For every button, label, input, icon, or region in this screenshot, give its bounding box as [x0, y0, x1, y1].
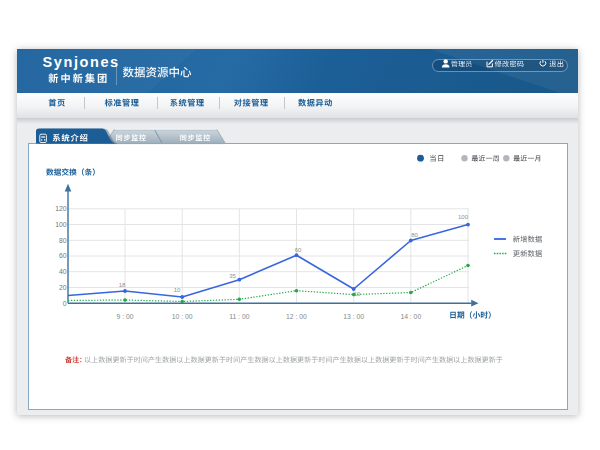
svg-text:10: 10 [174, 287, 181, 293]
svg-text:10 : 00: 10 : 00 [172, 313, 193, 320]
svg-text:13 : 00: 13 : 00 [343, 313, 364, 320]
svg-text:35: 35 [229, 273, 236, 279]
svg-text:20: 20 [59, 284, 67, 291]
svg-text:10: 10 [354, 291, 361, 297]
svg-text:100: 100 [458, 214, 469, 220]
svg-text:0: 0 [63, 300, 67, 307]
svg-text:12 : 00: 12 : 00 [286, 313, 307, 320]
svg-text:80: 80 [411, 232, 418, 238]
svg-text:9 : 00: 9 : 00 [116, 313, 133, 320]
svg-text:18: 18 [119, 282, 126, 288]
svg-text:14 : 00: 14 : 00 [400, 313, 421, 320]
svg-text:40: 40 [59, 268, 67, 275]
svg-text:11 : 00: 11 : 00 [229, 313, 250, 320]
svg-text:80: 80 [59, 237, 67, 244]
svg-text:120: 120 [55, 205, 67, 212]
svg-text:60: 60 [295, 247, 302, 253]
svg-text:60: 60 [59, 252, 67, 259]
svg-text:100: 100 [55, 221, 67, 228]
